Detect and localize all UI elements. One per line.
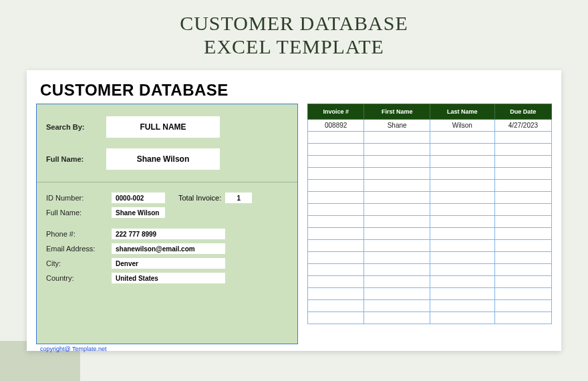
cell-first-name[interactable]: Shane [364, 120, 430, 132]
phone-value[interactable] [112, 229, 225, 239]
col-invoice: Invoice # [308, 104, 364, 120]
table-row[interactable] [308, 168, 552, 180]
sheet-title: CUSTOMER DATABASE [40, 81, 552, 100]
table-row[interactable]: 008892 Shane Wilson 4/27/2023 [308, 120, 552, 132]
country-label: Country: [46, 274, 112, 282]
table-row[interactable] [308, 288, 552, 300]
table-row[interactable] [308, 180, 552, 192]
table-row[interactable] [308, 252, 552, 264]
document-sheet: CUSTOMER DATABASE Search By: Full Name: … [27, 70, 561, 351]
table-row[interactable] [308, 300, 552, 312]
page-title-line2: EXCEL TEMPLATE [0, 35, 588, 59]
detail-full-name-value[interactable] [112, 207, 165, 218]
table-row[interactable] [308, 240, 552, 252]
table-row[interactable] [308, 144, 552, 156]
full-name-label: Full Name: [46, 155, 106, 163]
cell-invoice[interactable]: 008892 [308, 120, 364, 132]
total-invoice-label: Total Invoice: [178, 194, 221, 202]
table-row[interactable] [308, 204, 552, 216]
table-row[interactable] [308, 312, 552, 324]
cell-last-name[interactable]: Wilson [430, 120, 494, 132]
search-panel: Search By: Full Name: ID Number: Total I… [36, 104, 298, 344]
search-top-section: Search By: Full Name: [37, 104, 297, 182]
email-value[interactable] [112, 243, 225, 254]
details-section: ID Number: Total Invoice: Full Name: Pho… [37, 182, 297, 344]
page-title-line1: CUSTOMER DATABASE [0, 12, 588, 35]
city-value[interactable] [112, 258, 225, 269]
detail-full-name-label: Full Name: [46, 209, 112, 217]
phone-label: Phone #: [46, 230, 112, 238]
table-row[interactable] [308, 192, 552, 204]
copyright-link[interactable]: copyright@ Template.net [40, 346, 552, 352]
col-due-date: Due Date [494, 104, 551, 120]
col-last-name: Last Name [430, 104, 494, 120]
email-label: Email Address: [46, 245, 112, 253]
table-row[interactable] [308, 264, 552, 276]
page-title: CUSTOMER DATABASE EXCEL TEMPLATE [0, 0, 588, 58]
table-row[interactable] [308, 228, 552, 240]
cell-due-date[interactable]: 4/27/2023 [494, 120, 551, 132]
search-by-label: Search By: [46, 123, 106, 131]
id-number-value[interactable] [112, 193, 165, 203]
search-by-input[interactable] [106, 116, 220, 138]
full-name-input[interactable] [106, 148, 220, 170]
country-value[interactable] [112, 273, 225, 283]
table-row[interactable] [308, 156, 552, 168]
invoice-table-panel: Invoice # First Name Last Name Due Date … [307, 104, 552, 344]
table-row[interactable] [308, 132, 552, 144]
invoice-table: Invoice # First Name Last Name Due Date … [307, 104, 552, 324]
col-first-name: First Name [364, 104, 430, 120]
table-row[interactable] [308, 276, 552, 288]
table-row[interactable] [308, 216, 552, 228]
city-label: City: [46, 259, 112, 267]
id-number-label: ID Number: [46, 194, 112, 202]
total-invoice-value[interactable] [225, 193, 252, 203]
